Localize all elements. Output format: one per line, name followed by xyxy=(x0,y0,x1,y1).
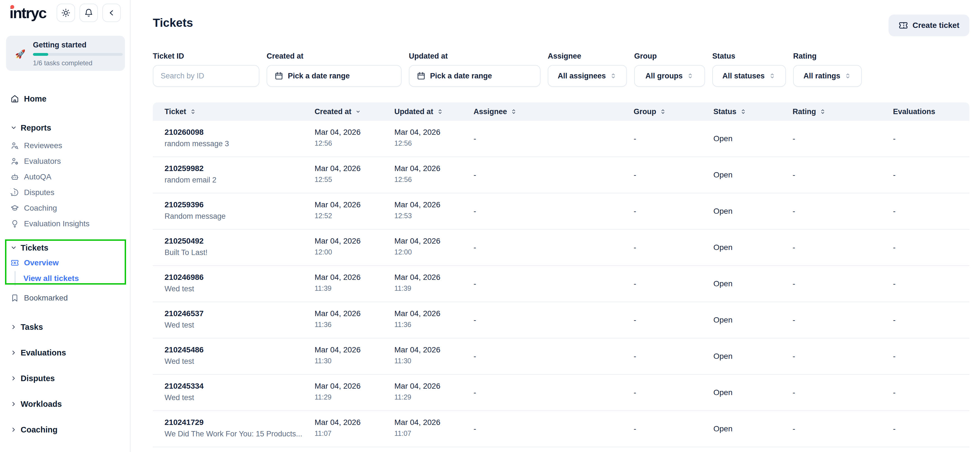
updated-time: 12:56 xyxy=(395,175,474,184)
group-select[interactable]: All groups xyxy=(634,65,705,87)
created-at-cell: Mar 04, 2026 11:36 xyxy=(315,302,395,329)
assignee-cell: - xyxy=(474,170,634,180)
status-cell: Open xyxy=(713,352,792,361)
created-time: 11:29 xyxy=(315,393,395,401)
table-row[interactable]: 210245334 Wed test Mar 04, 2026 11:29 Ma… xyxy=(153,375,969,411)
notifications-button[interactable] xyxy=(80,4,98,22)
assignee-cell: - xyxy=(474,207,634,216)
getting-started-progressbar xyxy=(33,53,123,56)
theme-toggle-button[interactable] xyxy=(57,4,75,22)
rating-cell: - xyxy=(792,207,893,216)
updated-at-cell: Mar 04, 2026 11:36 xyxy=(395,302,474,329)
table-row[interactable]: 210245486 Wed test Mar 04, 2026 11:30 Ma… xyxy=(153,339,969,375)
column-header-status[interactable]: Status xyxy=(713,107,792,116)
sidebar-item-reviewees[interactable]: Reviewees xyxy=(0,138,130,153)
created-at-cell: Mar 04, 2026 12:55 xyxy=(315,157,395,184)
sidebar-section-disputes[interactable]: Disputes xyxy=(0,373,130,384)
evaluations-cell: - xyxy=(893,388,969,397)
created-date: Mar 04, 2026 xyxy=(315,200,395,210)
sidebar-section-evaluations[interactable]: Evaluations xyxy=(0,348,130,358)
ticket-id: 210245486 xyxy=(165,345,315,355)
created-date: Mar 04, 2026 xyxy=(315,127,395,137)
logo-dot xyxy=(10,5,14,9)
getting-started-subtitle: 1/6 tasks completed xyxy=(33,59,118,67)
sidebar-section-workloads[interactable]: Workloads xyxy=(0,399,130,409)
table-row[interactable]: 210250492 Built To Last! Mar 04, 2026 12… xyxy=(153,230,969,266)
created-at-date-range-picker[interactable]: Pick a date range xyxy=(267,65,402,87)
column-header-ticket[interactable]: Ticket xyxy=(165,107,315,116)
assignee-select[interactable]: All assignees xyxy=(548,65,627,87)
updated-date: Mar 04, 2026 xyxy=(395,200,474,210)
collapse-sidebar-button[interactable] xyxy=(102,4,121,22)
table-row[interactable]: 210246537 Wed test Mar 04, 2026 11:36 Ma… xyxy=(153,302,969,339)
assignee-cell: - xyxy=(474,243,634,252)
sidebar-section-tasks[interactable]: Tasks xyxy=(0,322,130,332)
ticket-cell: 210241729 We Did The Work For You: 15 Pr… xyxy=(165,411,315,438)
filter-assignee: Assignee All assignees xyxy=(548,52,627,87)
updated-date: Mar 04, 2026 xyxy=(395,418,474,427)
getting-started-title: Getting started xyxy=(33,40,118,50)
group-cell: - xyxy=(634,134,713,143)
assignee-cell: - xyxy=(474,315,634,325)
group-cell: - xyxy=(634,279,713,288)
updated-time: 11:07 xyxy=(395,430,474,438)
assignee-cell: - xyxy=(474,279,634,288)
ticket-id: 210250492 xyxy=(165,236,315,246)
table-row[interactable]: 210246986 Wed test Mar 04, 2026 11:39 Ma… xyxy=(153,266,969,302)
ticket-subject: Wed test xyxy=(165,393,315,402)
created-date: Mar 04, 2026 xyxy=(315,345,395,355)
evaluations-cell: - xyxy=(893,315,969,325)
sidebar-item-evaluators[interactable]: Evaluators xyxy=(0,153,130,169)
ticket-id: 210241729 xyxy=(165,418,315,427)
main-content: Tickets Create ticket Ticket ID Created … xyxy=(130,0,980,452)
rating-select[interactable]: All ratings xyxy=(793,65,862,87)
getting-started-card[interactable]: 🚀 Getting started 1/6 tasks completed xyxy=(6,36,125,71)
search-by-id-input[interactable] xyxy=(153,72,259,80)
status-cell: Open xyxy=(713,424,792,433)
updated-at-date-range-picker[interactable]: Pick a date range xyxy=(409,65,541,87)
rating-cell: - xyxy=(792,424,893,433)
column-header-created-at[interactable]: Created at xyxy=(315,107,395,116)
created-time: 11:39 xyxy=(315,284,395,293)
app-logo[interactable]: intryc xyxy=(10,3,46,22)
sidebar-item-view-all-tickets[interactable]: View all tickets xyxy=(14,271,130,286)
ticket-id: 210260098 xyxy=(165,127,315,137)
sidebar-item-evaluation-insights[interactable]: Evaluation Insights xyxy=(0,216,130,232)
table-row[interactable]: 210241729 We Did The Work For You: 15 Pr… xyxy=(153,411,969,447)
chevron-down-icon xyxy=(11,245,17,251)
ticket-id: 210246537 xyxy=(165,309,315,318)
created-at-cell: Mar 04, 2026 12:56 xyxy=(315,121,395,147)
chevron-right-icon xyxy=(11,375,17,381)
column-header-group[interactable]: Group xyxy=(634,107,713,116)
sidebar-item-tickets-overview[interactable]: Overview xyxy=(0,255,130,271)
table-row[interactable]: 210259982 random email 2 Mar 04, 2026 12… xyxy=(153,157,969,193)
ticket-subject: Wed test xyxy=(165,321,315,329)
column-header-updated-at[interactable]: Updated at xyxy=(395,107,474,116)
status-cell: Open xyxy=(713,134,792,143)
rating-cell: - xyxy=(792,170,893,180)
sidebar-section-calibration[interactable]: Calibration xyxy=(0,450,130,452)
sidebar-item-autoqa[interactable]: AutoQA xyxy=(0,169,130,185)
group-cell: - xyxy=(634,424,713,433)
sidebar-item-disputes-report[interactable]: Disputes xyxy=(0,185,130,201)
created-date: Mar 04, 2026 xyxy=(315,418,395,427)
sidebar-item-bookmarked[interactable]: Bookmarked xyxy=(0,291,130,305)
table-body: 210260098 random message 3 Mar 04, 2026 … xyxy=(153,121,969,447)
table-row[interactable]: 210260098 random message 3 Mar 04, 2026 … xyxy=(153,121,969,157)
updated-at-cell: Mar 04, 2026 12:56 xyxy=(395,157,474,184)
create-ticket-button[interactable]: Create ticket xyxy=(889,14,969,36)
calendar-icon xyxy=(274,72,283,80)
sidebar-section-reports[interactable]: Reports xyxy=(0,122,130,134)
sidebar-section-tickets[interactable]: Tickets xyxy=(0,242,130,253)
sidebar-section-coaching[interactable]: Coaching xyxy=(0,425,130,435)
table-row[interactable]: 210259396 Random message Mar 04, 2026 12… xyxy=(153,193,969,230)
column-header-rating[interactable]: Rating xyxy=(792,107,893,116)
sidebar-item-coaching-report[interactable]: Coaching xyxy=(0,201,130,216)
updated-time: 11:39 xyxy=(395,284,474,293)
column-header-assignee[interactable]: Assignee xyxy=(474,107,634,116)
status-select[interactable]: All statuses xyxy=(712,65,786,87)
created-time: 12:52 xyxy=(315,212,395,220)
filter-rating: Rating All ratings xyxy=(793,52,862,87)
ticket-cell: 210246537 Wed test xyxy=(165,302,315,329)
sidebar-item-home[interactable]: Home xyxy=(0,92,130,105)
